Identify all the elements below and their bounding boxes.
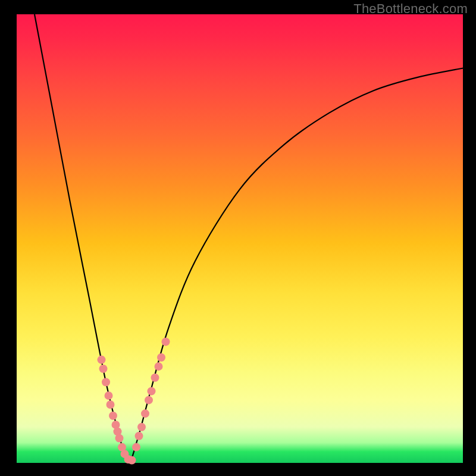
marker-cluster	[98, 337, 170, 464]
marker-dot	[99, 365, 108, 373]
bottleneck-curve	[35, 14, 463, 463]
marker-dot	[107, 400, 115, 409]
marker-dot	[151, 374, 159, 382]
marker-dot	[137, 423, 146, 431]
marker-dot	[141, 409, 149, 418]
plot-area	[17, 14, 463, 463]
marker-dot	[105, 392, 113, 400]
marker-dot	[155, 362, 163, 371]
watermark-text: TheBottleneck.com	[353, 1, 468, 17]
curve-layer	[17, 14, 463, 463]
marker-dot	[115, 434, 124, 443]
marker-dot	[98, 356, 106, 364]
marker-dot	[162, 337, 170, 346]
marker-dot	[148, 387, 156, 395]
marker-dot	[132, 443, 140, 452]
marker-dot	[145, 396, 153, 404]
marker-dot	[135, 432, 143, 440]
marker-dot	[102, 378, 110, 386]
chart-frame: TheBottleneck.com	[0, 0, 476, 476]
marker-dot	[109, 412, 117, 420]
marker-dot	[157, 353, 165, 362]
marker-dot	[128, 456, 136, 465]
